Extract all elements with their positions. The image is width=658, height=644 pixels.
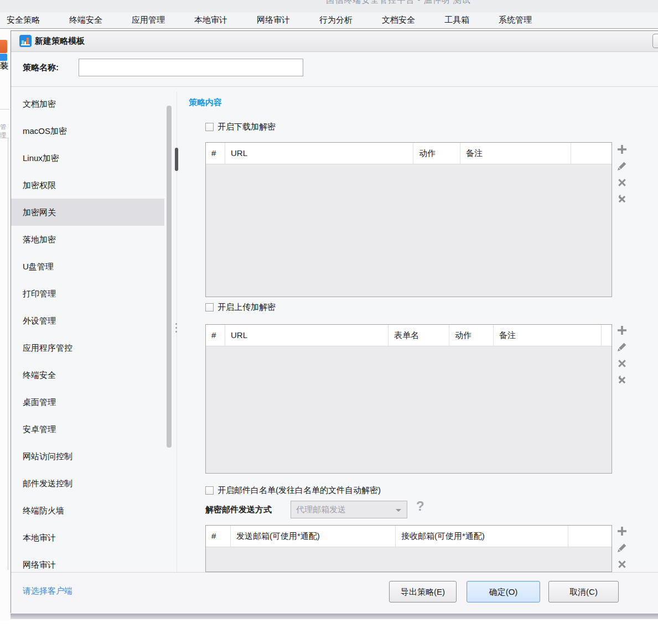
dropdown-value: 代理邮箱发送: [296, 501, 346, 518]
column-header: #: [206, 325, 225, 346]
edit-icon[interactable]: [616, 341, 628, 353]
column-header: URL: [225, 325, 388, 346]
table-header: #发送邮箱(可使用*通配)接收邮箱(可使用*通配): [206, 526, 612, 547]
menu-bar: 安全策略终端安全应用管理本地审计网络审计行为分析文档安全工具箱系统管理: [0, 12, 658, 29]
new-policy-template-dialog: 新建策略模板 策略名称: 文档加密macOS加密Linux加密加密权限加密网关落…: [11, 30, 658, 613]
policy-name-label: 策略名称:: [23, 63, 59, 73]
upload-encrypt-checkbox-row: 开启上传加解密: [205, 302, 276, 313]
column-header: 动作: [413, 143, 460, 164]
dialog-title: 新建策略模板: [35, 36, 85, 46]
menu-item[interactable]: 文档安全: [382, 15, 415, 25]
mail-whitelist-table: #发送邮箱(可使用*通配)接收邮箱(可使用*通配): [205, 525, 612, 572]
delete-icon[interactable]: [616, 558, 628, 570]
checkbox[interactable]: [205, 303, 214, 311]
fragment-text: 装: [0, 61, 9, 71]
column-header: URL: [225, 143, 413, 164]
column-header: #: [206, 526, 231, 547]
mail-table-tools: [616, 525, 629, 572]
checkbox-label: 开启下载加解密: [217, 122, 276, 132]
sidebar-item[interactable]: 文档加密: [11, 90, 164, 117]
background-window-fragments: 装 管理: [0, 30, 11, 621]
sidebar-item[interactable]: 加密网关: [11, 199, 164, 226]
upload-url-table: #URL表单名动作备注: [205, 324, 612, 474]
bar-chart-icon: [19, 35, 32, 47]
sidebar-item[interactable]: 网络审计: [11, 551, 164, 573]
menu-item[interactable]: 工具箱: [444, 15, 469, 25]
column-header: 表单名: [388, 325, 449, 346]
divider: [0, 109, 9, 110]
edit-icon[interactable]: [616, 542, 628, 554]
send-mode-label: 解密邮件发送方式: [205, 505, 272, 515]
close-button[interactable]: [652, 34, 658, 48]
menu-item[interactable]: 应用管理: [132, 15, 165, 25]
add-icon[interactable]: [616, 324, 628, 336]
sidebar-item[interactable]: 加密权限: [11, 172, 164, 199]
window-title: 国信终端安全管控平台 - 温仲明 测试: [232, 0, 564, 6]
table-body[interactable]: [206, 164, 612, 297]
checkbox[interactable]: [205, 123, 214, 131]
splitter-grip[interactable]: [175, 323, 177, 333]
table-body[interactable]: [206, 346, 612, 473]
fragment-text: 管理: [0, 123, 9, 139]
download-url-table: #URL动作备注: [205, 142, 612, 297]
delete-icon[interactable]: [616, 357, 628, 370]
sidebar-item[interactable]: 应用程序管控: [11, 334, 164, 361]
send-mode-dropdown[interactable]: 代理邮箱发送: [291, 501, 407, 518]
dialog-shadow: [11, 614, 658, 619]
sidebar-item[interactable]: 桌面管理: [11, 388, 164, 416]
config-icon[interactable]: [616, 374, 628, 386]
sidebar-item[interactable]: macOS加密: [11, 117, 164, 144]
table-header: #URL动作备注: [206, 143, 612, 164]
ok-button[interactable]: 确定(O): [467, 581, 540, 603]
sidebar-item[interactable]: 落地加密: [11, 226, 164, 253]
config-icon[interactable]: [616, 193, 628, 205]
menu-item[interactable]: 系统管理: [499, 15, 532, 25]
column-header: #: [206, 143, 225, 164]
delete-icon[interactable]: [616, 176, 628, 189]
blue-app-icon: [0, 54, 7, 61]
sidebar-item[interactable]: 外设管理: [11, 307, 164, 334]
edit-icon[interactable]: [616, 160, 628, 172]
add-icon[interactable]: [616, 525, 628, 537]
menu-item[interactable]: 安全策略: [7, 15, 40, 25]
menu-item[interactable]: 网络审计: [257, 15, 290, 25]
column-header: 发送邮箱(可使用*通配): [231, 526, 396, 547]
sidebar-item[interactable]: 安卓管理: [11, 416, 164, 443]
help-icon[interactable]: ?: [416, 498, 424, 514]
orange-app-icon: [0, 40, 7, 53]
select-client-link[interactable]: 请选择客户端: [23, 586, 72, 596]
dialog-footer: 请选择客户端 导出策略(E) 确定(O) 取消(C): [11, 572, 658, 614]
checkbox[interactable]: [205, 486, 214, 495]
content-header: 策略内容: [189, 97, 222, 108]
sidebar-item[interactable]: 打印管理: [11, 280, 164, 307]
download-table-tools: [616, 143, 629, 215]
sidebar-item[interactable]: Linux加密: [11, 144, 164, 172]
upload-table-tools: [616, 324, 629, 396]
sidebar-item[interactable]: 终端安全: [11, 361, 164, 388]
policy-name-input[interactable]: [79, 59, 303, 76]
column-header: 备注: [460, 143, 571, 164]
content-scrollbar-thumb[interactable]: [175, 148, 178, 171]
column-header: 接收邮箱(可使用*通配): [396, 526, 568, 547]
table-body[interactable]: [206, 547, 612, 572]
mail-whitelist-checkbox-row: 开启邮件白名单(发往白名单的文件自动解密): [205, 485, 381, 496]
window-title-strip: 国信终端安全管控平台 - 温仲明 测试: [0, 0, 658, 12]
sidebar-item[interactable]: 终端防火墙: [11, 497, 164, 524]
sidebar-item[interactable]: U盘管理: [11, 253, 164, 280]
sidebar-scrollbar[interactable]: [167, 106, 172, 448]
dialog-title-bar[interactable]: 新建策略模板: [11, 31, 658, 52]
column-header: [571, 143, 612, 164]
sidebar-item[interactable]: 邮件发送控制: [11, 470, 164, 497]
category-sidebar: 文档加密macOS加密Linux加密加密权限加密网关落地加密U盘管理打印管理外设…: [11, 90, 164, 573]
add-icon[interactable]: [616, 143, 628, 155]
menu-item[interactable]: 行为分析: [319, 15, 353, 25]
screen: 国信终端安全管控平台 - 温仲明 测试 安全策略终端安全应用管理本地审计网络审计…: [0, 0, 658, 644]
export-policy-button[interactable]: 导出策略(E): [389, 581, 457, 603]
cancel-button[interactable]: 取消(C): [548, 581, 619, 603]
sidebar-item[interactable]: 网站访问控制: [11, 443, 164, 470]
menu-item[interactable]: 本地审计: [194, 15, 227, 25]
column-header: 备注: [494, 325, 602, 346]
menu-item[interactable]: 终端安全: [69, 15, 102, 25]
sidebar-item[interactable]: 本地审计: [11, 524, 164, 551]
column-header: 动作: [449, 325, 494, 346]
